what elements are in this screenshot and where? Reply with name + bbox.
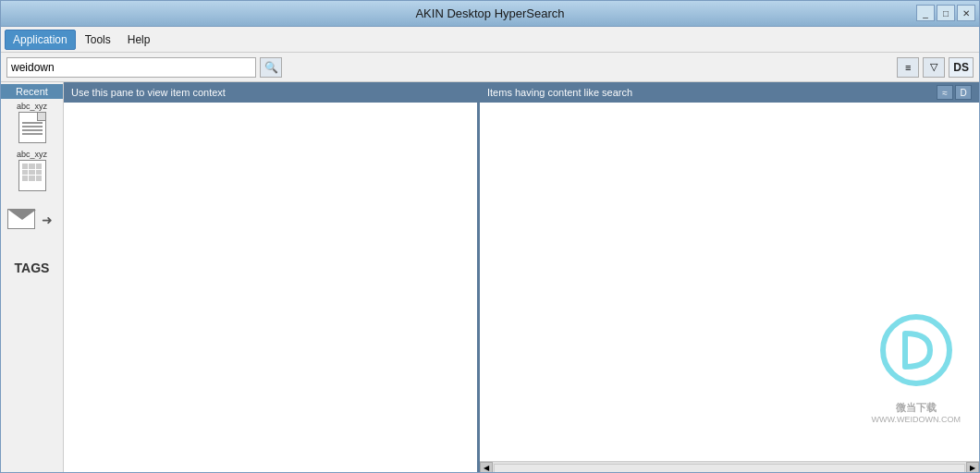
main-area: Recent abc_xyz abc_xyz <box>1 82 979 473</box>
sidebar-item-doc1[interactable]: abc_xyz <box>6 101 58 147</box>
window-controls: _ □ ✕ <box>916 5 975 21</box>
sidebar: Recent abc_xyz abc_xyz <box>1 82 64 473</box>
content-area: Use this pane to view item context Items… <box>64 82 979 473</box>
panel-d-button[interactable]: D <box>955 85 972 100</box>
maximize-button[interactable]: □ <box>937 5 955 21</box>
search-input[interactable] <box>6 57 256 78</box>
sidebar-item-doc2[interactable]: abc_xyz <box>6 149 58 195</box>
menu-item-tools[interactable]: Tools <box>78 30 118 49</box>
arrow-icon: ➜ <box>37 213 57 226</box>
search-icon: 🔍 <box>264 61 278 74</box>
sidebar-item-doc2-label: abc_xyz <box>17 151 47 160</box>
watermark-url-text: WWW.WEIDOWN.COM <box>872 415 961 424</box>
right-panel-scrollbar[interactable]: ◀ ▶ <box>480 461 979 473</box>
sidebar-item-mail[interactable]: ➜ <box>6 197 58 243</box>
view-toggle-button[interactable]: ≡ <box>897 57 919 78</box>
search-toolbar-right: ≡ ▽ DS <box>897 57 974 78</box>
scroll-left-arrow[interactable]: ◀ <box>480 462 493 474</box>
menu-item-application[interactable]: Application <box>5 30 76 50</box>
panels-container: Use this pane to view item context Items… <box>64 82 979 473</box>
spreadsheet-icon <box>18 160 46 191</box>
filter-icon: ▽ <box>930 61 937 73</box>
search-button[interactable]: 🔍 <box>260 57 282 78</box>
right-panel-header-text: Items having content like search <box>487 87 632 98</box>
left-panel-header: Use this pane to view item context <box>64 82 477 103</box>
watermark-chinese-text: 微当下载 <box>872 401 961 415</box>
left-panel-body <box>64 103 477 473</box>
menu-item-help[interactable]: Help <box>120 30 158 49</box>
search-bar: 🔍 ≡ ▽ DS <box>1 53 979 82</box>
sidebar-recent-header: Recent <box>1 84 63 99</box>
panel-wave-button[interactable]: ≈ <box>937 85 953 100</box>
watermark: 微当下载 WWW.WEIDOWN.COM <box>872 313 961 424</box>
right-panel-body: 微当下载 WWW.WEIDOWN.COM <box>480 103 979 461</box>
right-panel-header-buttons: ≈ D <box>937 85 972 100</box>
menu-bar: Application Tools Help <box>1 27 979 53</box>
mail-icon <box>7 209 35 229</box>
watermark-letter <box>872 313 961 397</box>
ds-label: DS <box>949 57 974 78</box>
sidebar-item-doc1-label: abc_xyz <box>17 103 47 112</box>
right-panel: Items having content like search ≈ D 微当下… <box>480 82 979 473</box>
scroll-right-arrow[interactable]: ▶ <box>966 462 979 474</box>
filter-button[interactable]: ▽ <box>923 57 945 78</box>
minimize-button[interactable]: _ <box>916 5 935 21</box>
left-panel: Use this pane to view item context <box>64 82 480 473</box>
document-icon <box>18 112 46 143</box>
svg-point-0 <box>883 317 949 383</box>
right-panel-header: Items having content like search ≈ D <box>480 82 979 103</box>
tags-label: TAGS <box>15 261 50 275</box>
left-panel-header-text: Use this pane to view item context <box>71 87 226 98</box>
close-button[interactable]: ✕ <box>957 5 975 21</box>
app-title: AKIN Desktop HyperSearch <box>415 6 564 20</box>
title-bar: AKIN Desktop HyperSearch _ □ ✕ <box>1 1 979 27</box>
view-icon: ≡ <box>905 62 911 73</box>
sidebar-item-tags[interactable]: TAGS <box>6 245 58 291</box>
scroll-track[interactable] <box>494 464 965 473</box>
